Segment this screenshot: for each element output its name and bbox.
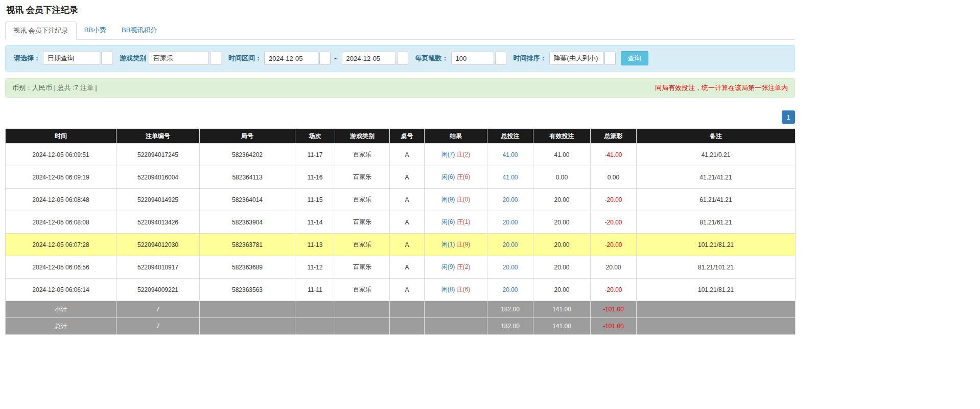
tab-betting-records[interactable]: 视讯 会员下注纪录 bbox=[5, 21, 77, 40]
cell-round-id: 582364113 bbox=[200, 166, 295, 189]
cell-result: 闲(9) 庄(0) bbox=[425, 189, 487, 211]
cell-total-bet-link[interactable]: 41.00 bbox=[487, 144, 533, 166]
empty-cell bbox=[425, 318, 487, 335]
cell-total-bet-link[interactable]: 20.00 bbox=[487, 211, 533, 234]
table-row: 2024-12-05 06:06:14522094009221582363563… bbox=[6, 279, 796, 301]
empty-cell bbox=[295, 301, 335, 318]
cell-table-no: A bbox=[390, 166, 425, 189]
total-count: 7 bbox=[116, 318, 200, 335]
currency-total-text: 币别：人民币 | 总共 :7 注单 | bbox=[12, 83, 97, 93]
game-type-input[interactable] bbox=[149, 52, 209, 65]
page-size-dropdown-box[interactable] bbox=[495, 52, 506, 65]
empty-cell bbox=[335, 301, 390, 318]
cell-note: 41.21/0.21 bbox=[637, 144, 796, 166]
table-row: 2024-12-05 06:06:56522094010917582363689… bbox=[6, 256, 796, 279]
cell-game-type: 百家乐 bbox=[335, 279, 390, 301]
cell-total-bet-link[interactable]: 20.00 bbox=[487, 279, 533, 301]
empty-cell bbox=[637, 301, 796, 318]
cell-valid-bet: 20.00 bbox=[533, 256, 591, 279]
date-to-picker-box[interactable] bbox=[397, 52, 408, 65]
date-range-separator: ~ bbox=[334, 55, 338, 62]
result-player: 闲(8) bbox=[441, 286, 455, 293]
result-banker: 庄(9) bbox=[457, 241, 471, 248]
pagination-top: 1 bbox=[5, 110, 795, 124]
cell-time: 2024-12-05 06:07:28 bbox=[6, 234, 116, 256]
cell-payout: -20.00 bbox=[591, 234, 637, 256]
page-1-button[interactable]: 1 bbox=[782, 110, 795, 124]
time-sort-dropdown-box[interactable] bbox=[604, 52, 616, 65]
time-sort-input[interactable] bbox=[549, 52, 603, 65]
empty-cell bbox=[200, 301, 295, 318]
column-header: 注单编号 bbox=[116, 129, 200, 144]
tab-bb-video-points[interactable]: BB视讯积分 bbox=[114, 21, 165, 40]
cell-total-bet-link[interactable]: 41.00 bbox=[487, 166, 533, 189]
cell-bet-id: 522094016004 bbox=[116, 166, 200, 189]
total-row: 总计 7 182.00 141.00 -101.00 bbox=[6, 318, 796, 335]
cell-time: 2024-12-05 06:06:14 bbox=[6, 279, 116, 301]
total-total-bet: 182.00 bbox=[487, 318, 533, 335]
cell-payout: -41.00 bbox=[591, 144, 637, 166]
bets-table: 时间注单编号局号场次游戏类别桌号结果总投注有效投注总派彩备注 2024-12-0… bbox=[5, 128, 796, 335]
cell-game-type: 百家乐 bbox=[335, 234, 390, 256]
cell-result: 闲(7) 庄(2) bbox=[425, 144, 487, 166]
query-type-label: 请选择： bbox=[14, 54, 40, 63]
cell-note: 101.21/81.21 bbox=[637, 234, 796, 256]
main-container: 视讯 会员下注纪录 视讯 会员下注纪录 BB小费 BB视讯积分 请选择： 游戏类… bbox=[5, 0, 795, 409]
subtotal-count: 7 bbox=[116, 301, 200, 318]
result-player: 闲(9) bbox=[441, 196, 455, 203]
cell-session: 11-11 bbox=[295, 279, 335, 301]
result-banker: 庄(2) bbox=[457, 151, 471, 158]
cell-payout: -20.00 bbox=[591, 189, 637, 211]
subtotal-label: 小计 bbox=[6, 301, 116, 318]
tab-bar: 视讯 会员下注纪录 BB小费 BB视讯积分 bbox=[5, 21, 795, 40]
filter-bar: 请选择： 游戏类别 时间区间： ~ 每页笔数： 时间排序： 查询 bbox=[5, 45, 795, 72]
cell-table-no: A bbox=[390, 234, 425, 256]
empty-cell bbox=[390, 318, 425, 335]
summary-bar: 币别：人民币 | 总共 :7 注单 | 同局有效投注，统一计算在该局第一张注单内 bbox=[5, 78, 795, 98]
page-size-input[interactable] bbox=[451, 52, 494, 65]
total-valid-bet: 141.00 bbox=[533, 318, 591, 335]
empty-cell bbox=[335, 318, 390, 335]
column-header: 结果 bbox=[425, 129, 487, 144]
cell-bet-id: 522094017245 bbox=[116, 144, 200, 166]
cell-round-id: 582363563 bbox=[200, 279, 295, 301]
empty-cell bbox=[295, 318, 335, 335]
column-header: 有效投注 bbox=[533, 129, 591, 144]
date-from-input[interactable] bbox=[264, 52, 318, 65]
cell-game-type: 百家乐 bbox=[335, 189, 390, 211]
cell-game-type: 百家乐 bbox=[335, 144, 390, 166]
cell-table-no: A bbox=[390, 189, 425, 211]
cell-result: 闲(1) 庄(9) bbox=[425, 234, 487, 256]
cell-session: 11-15 bbox=[295, 189, 335, 211]
time-sort-label: 时间排序： bbox=[514, 54, 547, 63]
cell-valid-bet: 20.00 bbox=[533, 189, 591, 211]
page-size-label: 每页笔数： bbox=[415, 54, 449, 63]
cell-total-bet-link[interactable]: 20.00 bbox=[487, 256, 533, 279]
game-type-dropdown-box[interactable] bbox=[210, 52, 221, 65]
cell-bet-id: 522094012030 bbox=[116, 234, 200, 256]
empty-cell bbox=[390, 301, 425, 318]
cell-total-bet-link[interactable]: 20.00 bbox=[487, 234, 533, 256]
query-type-input[interactable] bbox=[43, 52, 100, 65]
result-player: 闲(6) bbox=[441, 173, 455, 180]
tab-bb-tips[interactable]: BB小费 bbox=[77, 21, 114, 40]
time-range-label: 时间区间： bbox=[228, 54, 262, 63]
result-banker: 庄(2) bbox=[457, 263, 471, 270]
cell-result: 闲(6) 庄(6) bbox=[425, 166, 487, 189]
column-header: 局号 bbox=[200, 129, 295, 144]
date-to-input[interactable] bbox=[342, 52, 396, 65]
query-type-dropdown-box[interactable] bbox=[101, 52, 112, 65]
cell-session: 11-17 bbox=[295, 144, 335, 166]
cell-valid-bet: 0.00 bbox=[533, 166, 591, 189]
cell-valid-bet: 41.00 bbox=[533, 144, 591, 166]
cell-valid-bet: 20.00 bbox=[533, 234, 591, 256]
column-header: 游戏类别 bbox=[335, 129, 390, 144]
date-from-picker-box[interactable] bbox=[319, 52, 331, 65]
cell-result: 闲(6) 庄(1) bbox=[425, 211, 487, 234]
search-button[interactable]: 查询 bbox=[621, 51, 648, 65]
total-payout: -101.00 bbox=[591, 318, 637, 335]
table-row: 2024-12-05 06:08:48522094014925582364014… bbox=[6, 189, 796, 211]
column-header: 总投注 bbox=[487, 129, 533, 144]
table-row: 2024-12-05 06:07:28522094012030582363781… bbox=[6, 234, 796, 256]
cell-total-bet-link[interactable]: 20.00 bbox=[487, 189, 533, 211]
